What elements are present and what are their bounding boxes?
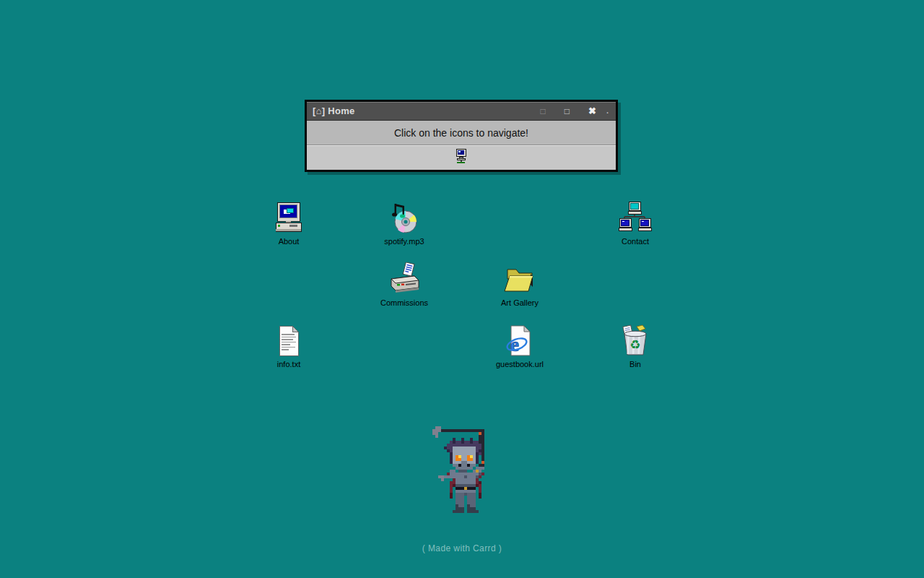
desktop-icon-label: Art Gallery [501, 298, 539, 308]
desktop-icon-art-gallery[interactable]: Art Gallery [462, 256, 578, 318]
svg-text:♻: ♻ [629, 337, 640, 352]
made-with-carrd-link[interactable]: ( Made with Carrd ) [0, 543, 924, 553]
desktop-icon-commissions[interactable]: Commissions [346, 256, 462, 318]
home-window: [⌂] Home □ □ ✖ . Click on the icons to n… [305, 100, 618, 172]
desktop-icon-label: About [279, 237, 300, 246]
window-message: Click on the icons to navigate! [307, 121, 616, 144]
window-icon-area [307, 144, 616, 170]
desktop: { "desktop": { "background_color": "#0b8… [0, 0, 924, 578]
desktop-icon-label: guestbook.url [496, 360, 544, 369]
minimize-button[interactable]: □ [541, 107, 546, 116]
desktop-icon-label: info.txt [277, 360, 300, 369]
desktop-icon-about[interactable]: About [231, 195, 346, 256]
printer-icon [387, 262, 422, 297]
svg-text:e: e [510, 334, 519, 355]
window-controls: □ □ ✖ . [541, 106, 609, 116]
cd-music-icon [387, 201, 422, 236]
desktop-icon-label: Commissions [380, 298, 428, 308]
computer-small-icon [454, 148, 468, 167]
close-button[interactable]: ✖ [588, 106, 596, 116]
desktop-icon-guestbook[interactable]: e guestbook.url [462, 318, 578, 379]
desktop-icon-info-txt[interactable]: info.txt [231, 318, 346, 379]
text-document-icon [271, 324, 306, 358]
titlebar-dot: . [606, 107, 609, 115]
desktop-icon-label: Bin [629, 360, 641, 369]
my-computer-icon [271, 201, 306, 236]
network-computers-icon [618, 201, 653, 236]
maximize-button[interactable]: □ [565, 107, 570, 116]
pixel-robot-character [427, 423, 496, 513]
desktop-icon-bin[interactable]: ♻ Bin [578, 318, 693, 379]
open-folder-icon [502, 262, 537, 297]
window-titlebar[interactable]: [⌂] Home □ □ ✖ . [307, 102, 616, 121]
recycle-bin-icon: ♻ [618, 324, 653, 358]
internet-shortcut-icon: e [502, 324, 537, 358]
desktop-icon-label: Contact [622, 237, 649, 246]
desktop-icon-grid: About spotify.mp3 [231, 195, 693, 379]
desktop-icon-label: spotify.mp3 [384, 237, 424, 246]
desktop-icon-spotify[interactable]: spotify.mp3 [346, 195, 462, 256]
window-title: [⌂] Home [313, 105, 541, 116]
desktop-icon-contact[interactable]: Contact [578, 195, 693, 256]
